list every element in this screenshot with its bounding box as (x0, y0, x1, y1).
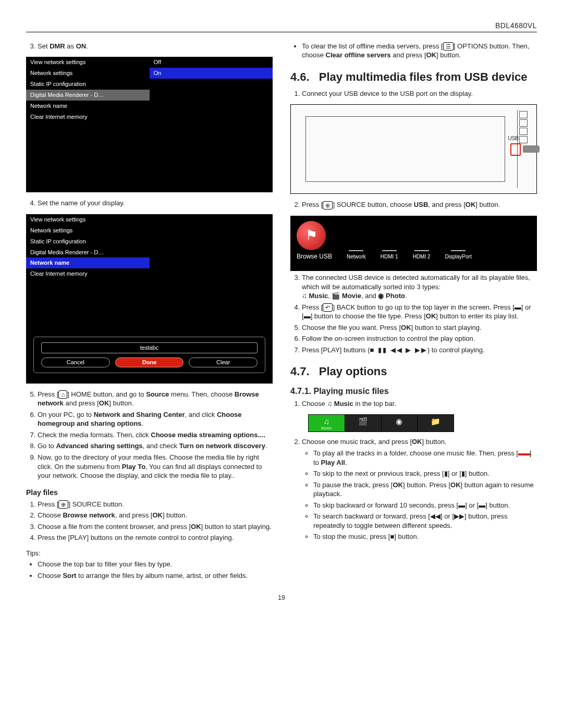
pf-step-2: Choose Browse network, and press [OK] bu… (38, 511, 273, 520)
menu-item[interactable]: Clear Internet memory (26, 268, 150, 279)
display-rear-diagram: USB (290, 104, 537, 194)
menu-item-selected[interactable]: Network name (26, 257, 150, 268)
s471-2b: To skip to the next or previous track, p… (313, 469, 537, 478)
dialog-buttons: Cancel Done Clear (41, 357, 258, 367)
steps-continued: Set DMR as ON. (26, 42, 273, 51)
movie-tab[interactable]: 🎬 (345, 414, 382, 432)
source-item[interactable]: Network (347, 236, 366, 261)
back-icon: ↶ (323, 303, 333, 312)
s471-2f: To stop the music, press [■] button. (313, 532, 537, 541)
pf-step-3: Choose a file from the content browser, … (38, 522, 273, 532)
page-number: 19 (26, 594, 537, 602)
section-number: 4.6. (290, 69, 310, 85)
usb-big-icon: ⚑ (297, 221, 326, 250)
menu-item[interactable]: Static IP configuration (26, 236, 150, 247)
source-icon: ⊕ (58, 500, 68, 509)
model-number: BDL4680VL (495, 21, 537, 30)
tip-1: Choose the top bar to filter your files … (38, 560, 273, 569)
s46-6: Follow the on-screen instruction to cont… (302, 334, 537, 343)
section-number: 4.7. (290, 364, 310, 379)
source-item[interactable]: HDMI 2 (413, 236, 431, 261)
step-7: Check the media formats. Then, click Cho… (38, 430, 273, 440)
clear-button[interactable]: Clear (189, 357, 258, 367)
option-off[interactable]: Off (150, 57, 273, 68)
tips-list: Choose the top bar to filter your files … (26, 560, 273, 580)
music-tab-active[interactable]: ♫Music (308, 414, 345, 432)
tv-menu-network-name: View network settings Network settings S… (26, 214, 273, 384)
menu-item[interactable]: View network settings (26, 57, 150, 68)
rear-panel (305, 116, 505, 182)
section-title: Play options (319, 364, 387, 379)
sec471-steps-2: Choose one music track, and press [OK] b… (290, 437, 537, 541)
s46-2: Press [⊕] SOURCE button, choose USB, and… (302, 200, 537, 209)
tv-menu-columns: View network settings Network settings S… (26, 57, 273, 122)
sec46-steps-2: Press [⊕] SOURCE button, choose USB, and… (290, 200, 537, 209)
tv-menu-left: View network settings Network settings S… (26, 57, 150, 122)
option-on-selected[interactable]: On (150, 68, 273, 79)
menu-item[interactable]: View network settings (26, 214, 150, 225)
browse-usb-item[interactable]: ⚑ Browse USB (297, 221, 332, 261)
play-files-steps: Press [⊕] SOURCE button. Choose Browse n… (26, 500, 273, 542)
menu-item[interactable]: Clear Internet memory (26, 112, 150, 122)
s46-1: Connect your USB device to the USB port … (302, 89, 537, 98)
pf-step-1: Press [⊕] SOURCE button. (38, 500, 273, 509)
usb-port-highlight (510, 143, 521, 156)
s471-2e: To search backward or forward, press [◀◀… (313, 512, 537, 530)
done-button[interactable]: Done (115, 357, 184, 367)
name-input[interactable]: testabc (41, 342, 258, 353)
tv-menu-left: View network settings Network settings S… (26, 214, 150, 279)
menu-item-selected[interactable]: Digital Media Renderer - D… (26, 90, 150, 101)
section-4-7: 4.7. Play options (290, 364, 537, 379)
options-icon: ☰ (443, 42, 454, 51)
play-files-heading: Play files (26, 488, 273, 498)
name-entry-dialog: testabc Cancel Done Clear (33, 337, 265, 373)
s46-4: Press [↶] BACK button to go up to the to… (302, 303, 537, 321)
step-3: Set DMR as ON. (38, 42, 273, 51)
folder-tab[interactable]: 📁 (418, 414, 454, 432)
sec46-steps: Connect your USB device to the USB port … (290, 89, 537, 98)
section-4-7-1: 4.7.1. Playing music files (290, 386, 537, 397)
page-header: BDL4680VL (26, 21, 537, 32)
play-symbols: ■ ▮▮ ◀◀ ▶ ▶▶ (370, 346, 427, 354)
tip-3: To clear the list of offline media serve… (302, 42, 537, 60)
source-item[interactable]: DisplayPort (445, 236, 472, 261)
usb-label: USB (508, 135, 519, 142)
section-4-6: 4.6. Play multimedia files from USB devi… (290, 69, 537, 85)
menu-item[interactable]: Network settings (26, 225, 150, 236)
menu-item[interactable]: Digital Media Renderer - D… (26, 247, 150, 258)
source-icon: ⊕ (323, 201, 333, 209)
sec471-bullets: To play all the tracks in a folder, choo… (302, 449, 537, 541)
right-column: To clear the list of offline media serve… (290, 40, 537, 587)
step-8: Go to Advanced sharing settings, and che… (38, 441, 273, 451)
usb-stick-icon (523, 145, 540, 153)
tv-menu-right: Off On (150, 57, 273, 122)
sec46-steps-3: The connected USB device is detected aut… (290, 273, 537, 354)
menu-item[interactable]: Static IP configuration (26, 79, 150, 90)
left-column: Set DMR as ON. View network settings Net… (26, 40, 273, 587)
pf-step-4: Press the [PLAY] buttons on the remote c… (38, 533, 273, 542)
s471-1: Choose ♫ Music in the top bar. (302, 399, 537, 409)
tv-menu-columns: View network settings Network settings S… (26, 214, 273, 279)
tips-list-continued: To clear the list of offline media serve… (290, 42, 537, 60)
s471-2c: To pause the track, press [OK] button. P… (313, 480, 537, 499)
photo-tab[interactable]: ◉ (382, 414, 418, 432)
step-6: On your PC, go to Network and Sharing Ce… (38, 410, 273, 428)
media-topbar: ♫Music 🎬 ◉ 📁 (308, 414, 454, 432)
red-button-icon: ▬▬ (518, 449, 530, 457)
s46-5: Choose the file you want. Press [OK] but… (302, 323, 537, 332)
browse-usb-label: Browse USB (297, 252, 332, 261)
menu-item[interactable]: Network settings (26, 68, 150, 79)
section-title: Play multimedia files from USB device (319, 69, 528, 85)
steps-continued-3: Press [⌂] HOME button, and go to Source … (26, 390, 273, 480)
sec471-steps: Choose ♫ Music in the top bar. (290, 399, 537, 409)
s471-2: Choose one music track, and press [OK] b… (302, 437, 537, 541)
menu-item[interactable]: Network name (26, 101, 150, 112)
tips-label: Tips: (26, 549, 273, 558)
s46-3: The connected USB device is detected aut… (302, 273, 537, 301)
step-4: Set the name of your display. (38, 199, 273, 208)
source-item[interactable]: HDMI 1 (381, 236, 398, 261)
source-select-screen: ⚑ Browse USB Network HDMI 1 HDMI 2 Displ… (290, 216, 537, 271)
tv-menu-dmr: View network settings Network settings S… (26, 57, 273, 192)
cancel-button[interactable]: Cancel (41, 357, 110, 367)
s471-2d: To skip backward or forward 10 seconds, … (313, 501, 537, 510)
